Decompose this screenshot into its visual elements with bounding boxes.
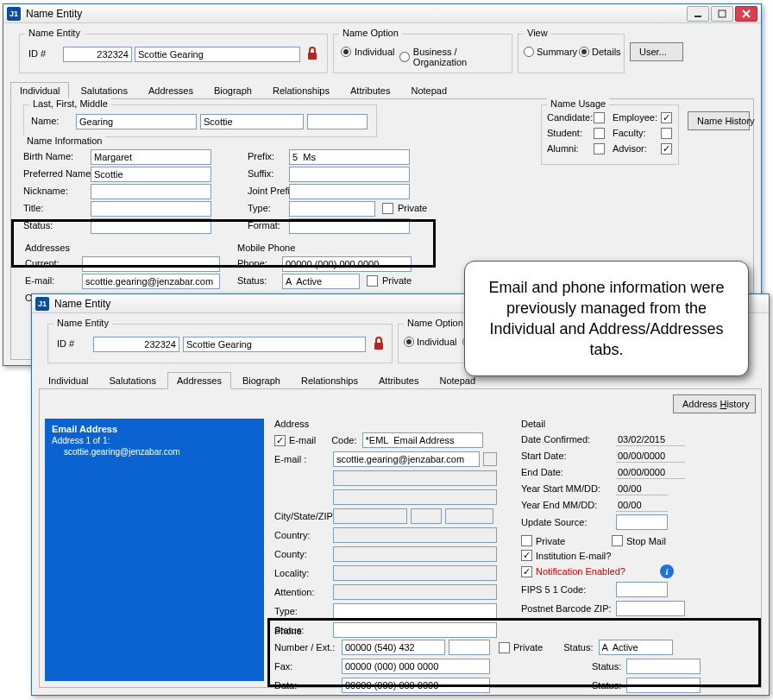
name-input-2[interactable] bbox=[183, 337, 366, 352]
country-input[interactable] bbox=[333, 527, 497, 543]
middle-input[interactable] bbox=[307, 114, 368, 129]
tab-salutations[interactable]: Salutations bbox=[71, 82, 136, 98]
update-source-input[interactable] bbox=[616, 514, 668, 530]
mphone-input[interactable] bbox=[282, 256, 412, 272]
tab2-attributes[interactable]: Attributes bbox=[369, 372, 428, 388]
status-input[interactable] bbox=[91, 218, 211, 234]
start-date-input[interactable] bbox=[616, 449, 685, 463]
private-checkbox[interactable] bbox=[521, 535, 532, 546]
csz-label: City/State/ZIP: bbox=[274, 511, 333, 521]
fips-input[interactable] bbox=[616, 582, 668, 597]
advisor-checkbox[interactable] bbox=[661, 143, 672, 155]
birth-input[interactable] bbox=[91, 149, 211, 165]
email-checkbox[interactable] bbox=[274, 435, 286, 446]
tab-biograph[interactable]: Biograph bbox=[204, 82, 261, 98]
tab-attributes[interactable]: Attributes bbox=[341, 82, 399, 98]
info-icon[interactable]: i bbox=[660, 564, 674, 578]
radio-details[interactable] bbox=[579, 47, 589, 57]
date-confirmed-input[interactable] bbox=[616, 432, 685, 446]
tab2-salutations[interactable]: Salutations bbox=[99, 372, 165, 388]
type-input[interactable] bbox=[289, 201, 375, 217]
address-history-button[interactable]: Address History bbox=[673, 394, 756, 413]
title-input[interactable] bbox=[91, 201, 211, 217]
name-input[interactable] bbox=[135, 47, 300, 62]
number-status-input[interactable] bbox=[599, 640, 673, 655]
year-end-input[interactable] bbox=[616, 498, 668, 512]
candidate-checkbox[interactable] bbox=[594, 112, 605, 123]
pref-input[interactable] bbox=[91, 167, 211, 182]
id-input-2[interactable] bbox=[93, 337, 179, 352]
nick-input[interactable] bbox=[91, 184, 211, 199]
addr-line2-input[interactable] bbox=[333, 489, 497, 505]
data-status-input[interactable] bbox=[626, 678, 701, 693]
employee-checkbox[interactable] bbox=[661, 112, 672, 123]
radio-summary[interactable] bbox=[524, 47, 534, 57]
county-input[interactable] bbox=[333, 546, 497, 562]
data-input[interactable] bbox=[342, 678, 490, 693]
end-date-input[interactable] bbox=[616, 465, 685, 479]
phone-legend: Phone bbox=[274, 626, 302, 636]
tab-addresses[interactable]: Addresses bbox=[139, 82, 203, 98]
tab-relationships[interactable]: Relationships bbox=[263, 82, 339, 98]
current-input[interactable] bbox=[82, 256, 220, 272]
locality-input[interactable] bbox=[333, 565, 497, 581]
notification-checkbox[interactable] bbox=[521, 566, 532, 577]
student-checkbox[interactable] bbox=[594, 128, 605, 139]
tab2-individual[interactable]: Individual bbox=[39, 372, 97, 388]
email-picker-button[interactable] bbox=[483, 452, 497, 466]
zip-input[interactable] bbox=[445, 508, 493, 524]
email-address-panel[interactable]: Email Address Address 1 of 1: scottie.ge… bbox=[45, 419, 264, 681]
tab2-relationships[interactable]: Relationships bbox=[292, 372, 368, 388]
close-button[interactable] bbox=[735, 6, 757, 22]
type-private-checkbox[interactable] bbox=[382, 203, 393, 214]
radio-individual[interactable] bbox=[341, 47, 351, 57]
mstatus-input[interactable] bbox=[282, 274, 360, 289]
prefix-input[interactable] bbox=[289, 149, 410, 165]
radio-details-label: Details bbox=[592, 47, 621, 57]
email-input[interactable] bbox=[82, 274, 220, 289]
mphone-private-checkbox[interactable] bbox=[367, 275, 378, 287]
first-input[interactable] bbox=[200, 114, 304, 129]
maximize-button[interactable] bbox=[711, 6, 733, 22]
radio-individual-2[interactable] bbox=[404, 337, 414, 347]
tab2-addresses[interactable]: Addresses bbox=[167, 372, 231, 389]
code-label: Code: bbox=[331, 435, 356, 445]
alumni-checkbox[interactable] bbox=[594, 143, 605, 155]
app-icon: J1 bbox=[7, 7, 21, 21]
name-history-button[interactable]: Name History bbox=[688, 111, 750, 130]
name-usage-legend: Name Usage bbox=[547, 98, 609, 109]
user-button[interactable]: User... bbox=[630, 42, 683, 61]
tab-individual[interactable]: Individual bbox=[10, 82, 69, 99]
email2-input[interactable] bbox=[333, 451, 480, 467]
name-option-legend-2: Name Option bbox=[404, 318, 467, 328]
faculty-checkbox[interactable] bbox=[661, 128, 672, 139]
city-input[interactable] bbox=[333, 508, 407, 524]
postnet-input[interactable] bbox=[616, 601, 685, 616]
fax-input[interactable] bbox=[342, 659, 490, 674]
year-start-input[interactable] bbox=[616, 482, 668, 495]
suffix-input[interactable] bbox=[289, 167, 410, 182]
id-input[interactable] bbox=[63, 47, 132, 62]
tab2-biograph[interactable]: Biograph bbox=[233, 372, 290, 388]
attention-label: Attention: bbox=[274, 587, 333, 597]
ext-input[interactable] bbox=[449, 640, 490, 655]
tab-notepad[interactable]: Notepad bbox=[401, 82, 456, 98]
addr-line-input[interactable] bbox=[333, 470, 497, 486]
joint-input[interactable] bbox=[289, 184, 410, 199]
stopmail-checkbox[interactable] bbox=[612, 535, 623, 546]
format-input[interactable] bbox=[289, 218, 410, 234]
attention-input[interactable] bbox=[333, 584, 497, 600]
window-title-2: Name Entity bbox=[54, 298, 110, 310]
institution-email-checkbox[interactable] bbox=[521, 550, 532, 561]
radio-individual-label: Individual bbox=[355, 47, 394, 57]
addr-type-input[interactable] bbox=[333, 603, 497, 619]
number-private-checkbox[interactable] bbox=[499, 642, 510, 653]
email-label: E-mail: bbox=[25, 275, 54, 286]
state-input[interactable] bbox=[411, 508, 442, 524]
fax-status-input[interactable] bbox=[626, 659, 701, 674]
number-input[interactable] bbox=[342, 640, 445, 655]
radio-business[interactable] bbox=[399, 52, 410, 62]
minimize-button[interactable] bbox=[687, 6, 709, 22]
last-input[interactable] bbox=[76, 114, 197, 129]
code-input[interactable] bbox=[362, 432, 483, 448]
